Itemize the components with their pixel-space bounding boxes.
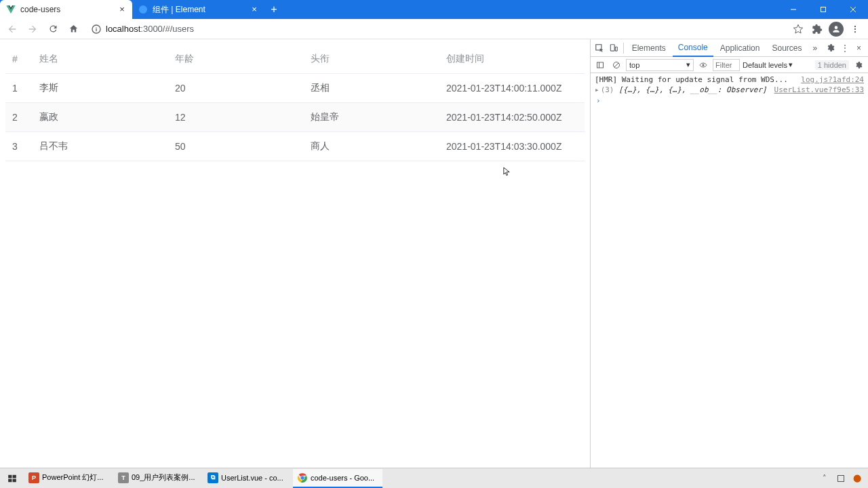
table-row: 2嬴政12始皇帝2021-01-23T14:02:50.000Z [5, 103, 585, 132]
tab-title: code-users [20, 5, 115, 14]
url-input[interactable]: localhost:3000/#/users [85, 21, 787, 37]
table-cell: 20 [168, 74, 304, 103]
devtools-tabs: Elements Console Application Sources » ⋮… [591, 39, 868, 57]
table-header-row: # 姓名 年龄 头衔 创建时间 [5, 45, 585, 74]
svg-rect-14 [597, 62, 604, 68]
col-created: 创建时间 [439, 45, 585, 74]
table-cell: 商人 [304, 132, 439, 161]
svg-rect-13 [616, 47, 618, 51]
vue-icon [5, 4, 16, 15]
context-selector[interactable]: top▾ [626, 59, 694, 71]
taskbar-item[interactable]: T09_用户列表案例... [114, 469, 203, 488]
home-button[interactable] [65, 21, 81, 37]
table-cell: 12 [168, 103, 304, 132]
live-expression-icon[interactable] [696, 58, 710, 72]
new-tab-button[interactable]: + [264, 0, 283, 19]
tray-app-icon[interactable]: ⬤ [852, 473, 863, 484]
app-icon: T [118, 472, 129, 483]
hidden-count[interactable]: 1 hidden [815, 60, 849, 70]
taskbar-item[interactable]: PPowerPoint 幻灯... [24, 469, 114, 488]
more-tabs-icon[interactable]: » [809, 41, 822, 55]
app-icon: ⧉ [208, 472, 218, 483]
tab-title: 组件 | Element [153, 4, 247, 16]
taskbar-label: code-users - Goo... [311, 474, 374, 482]
log-levels[interactable]: Default levels▾ [743, 60, 793, 69]
console-prompt[interactable]: › [593, 95, 865, 106]
url-path: /#/users [163, 24, 194, 34]
svg-point-0 [139, 5, 147, 14]
address-bar: localhost:3000/#/users [0, 19, 868, 39]
col-age: 年龄 [168, 45, 304, 74]
browser-tab[interactable]: 组件 | Element × [132, 0, 264, 19]
svg-rect-22 [13, 479, 16, 482]
inspect-icon[interactable] [593, 41, 606, 55]
users-table: # 姓名 年龄 头衔 创建时间 1李斯20丞相2021-01-23T14:00:… [5, 45, 585, 161]
table-cell: 李斯 [33, 74, 168, 103]
system-tray: ˄ ⬤ [814, 473, 868, 484]
devtools-menu-icon[interactable]: ⋮ [838, 41, 851, 55]
forward-button[interactable] [24, 21, 41, 37]
browser-menu-icon[interactable] [848, 22, 863, 37]
extensions-icon[interactable] [810, 22, 825, 37]
devtools-settings-icon[interactable] [824, 41, 837, 55]
tab-application[interactable]: Application [715, 39, 766, 57]
profile-avatar[interactable] [829, 22, 844, 37]
svg-rect-25 [838, 475, 844, 481]
device-icon[interactable] [608, 41, 620, 55]
source-link[interactable]: UserList.vue?f9e5:33 [774, 85, 864, 94]
back-button[interactable] [4, 21, 20, 37]
console-sidebar-icon[interactable] [593, 58, 607, 72]
tab-elements[interactable]: Elements [627, 39, 671, 57]
table-cell: 始皇帝 [304, 103, 439, 132]
maximize-button[interactable] [808, 0, 838, 19]
table-cell: 50 [168, 132, 304, 161]
table-cell: 2021-01-23T14:00:11.000Z [439, 74, 585, 103]
console-toolbar: top▾ Default levels▾ 1 hidden [591, 57, 868, 73]
svg-point-8 [854, 25, 856, 26]
table-cell: 嬴政 [33, 103, 168, 132]
tab-console[interactable]: Console [673, 39, 713, 57]
site-info-icon[interactable] [91, 24, 102, 35]
svg-rect-12 [611, 44, 615, 50]
svg-rect-2 [821, 7, 826, 12]
source-link[interactable]: log.js?1afd:24 [801, 75, 864, 84]
page-content: # 姓名 年龄 头衔 创建时间 1李斯20丞相2021-01-23T14:00:… [0, 39, 590, 468]
devtools-panel: Elements Console Application Sources » ⋮… [590, 39, 868, 468]
console-output[interactable]: [HMR] Waiting for update signal from WDS… [591, 73, 868, 468]
reload-button[interactable] [45, 21, 61, 37]
col-name: 姓名 [33, 45, 168, 74]
svg-point-10 [854, 30, 856, 32]
svg-rect-19 [8, 474, 12, 478]
table-row: 1李斯20丞相2021-01-23T14:00:11.000Z [5, 74, 585, 103]
table-row: 3吕不韦50商人2021-01-23T14:03:30.000Z [5, 132, 585, 161]
table-cell: 2021-01-23T14:03:30.000Z [439, 132, 585, 161]
bookmark-icon[interactable] [791, 22, 806, 37]
close-icon[interactable]: × [117, 5, 127, 14]
tab-sources[interactable]: Sources [766, 39, 807, 57]
taskbar-item[interactable]: ⧉UserList.vue - co... [203, 469, 293, 488]
console-line: ▸(3) [{…}, {…}, {…}, __ob__: Observer] U… [593, 85, 865, 95]
url-host: localhost [106, 24, 140, 34]
table-cell: 吕不韦 [33, 132, 168, 161]
svg-point-9 [854, 28, 856, 29]
close-icon[interactable]: × [250, 5, 259, 14]
devtools-close-icon[interactable]: × [852, 41, 865, 55]
taskbar-item[interactable]: code-users - Goo... [293, 469, 382, 488]
browser-tab-active[interactable]: code-users × [0, 0, 132, 19]
clear-console-icon[interactable] [610, 58, 623, 72]
taskbar-label: 09_用户列表案例... [132, 472, 195, 483]
console-line: [HMR] Waiting for update signal from WDS… [593, 75, 865, 85]
start-button[interactable] [0, 468, 24, 489]
tray-chevron-icon[interactable]: ˄ [819, 473, 830, 484]
tray-app-icon[interactable] [835, 473, 846, 484]
svg-point-18 [703, 64, 705, 66]
minimize-button[interactable] [778, 0, 808, 19]
table-cell: 2 [5, 103, 33, 132]
console-settings-icon[interactable] [852, 58, 865, 72]
element-icon [138, 4, 149, 15]
col-title: 头衔 [304, 45, 439, 74]
close-window-button[interactable] [838, 0, 868, 19]
filter-input[interactable] [713, 59, 740, 71]
expand-icon[interactable]: ▸ [595, 85, 599, 94]
taskbar-label: UserList.vue - co... [221, 474, 283, 482]
